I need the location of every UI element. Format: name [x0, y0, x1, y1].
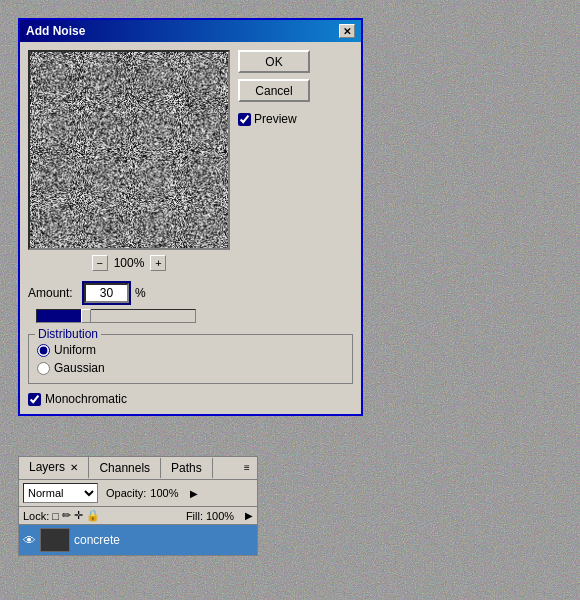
fill-value: 100%	[206, 510, 242, 522]
monochrome-row: Monochromatic	[28, 392, 353, 406]
amount-slider[interactable]	[36, 309, 196, 323]
lock-label: Lock:	[23, 510, 49, 522]
opacity-arrow[interactable]: ▶	[190, 488, 198, 499]
monochromatic-checkbox[interactable]	[28, 393, 41, 406]
panel-menu-button[interactable]: ≡	[239, 459, 255, 475]
tab-layers[interactable]: Layers ✕	[19, 457, 89, 479]
layer-item[interactable]: 👁 concrete	[19, 525, 257, 555]
gaussian-radio[interactable]	[37, 362, 50, 375]
amount-row: Amount: %	[28, 283, 353, 303]
uniform-radio[interactable]	[37, 344, 50, 357]
fill-label: Fill:	[186, 510, 203, 522]
close-button[interactable]: ✕	[339, 24, 355, 38]
cancel-button[interactable]: Cancel	[238, 79, 310, 102]
layers-tabs: Layers ✕ Channels Paths ≡	[19, 457, 257, 480]
gaussian-row: Gaussian	[37, 361, 344, 375]
zoom-level: 100%	[114, 256, 145, 270]
preview-canvas	[28, 50, 230, 250]
zoom-out-button[interactable]: −	[92, 255, 108, 271]
dialog-title: Add Noise	[26, 24, 85, 38]
right-panel: OK Cancel Preview	[238, 50, 310, 271]
layers-panel: Layers ✕ Channels Paths ≡ Normal Multipl…	[18, 456, 258, 556]
opacity-label: Opacity:	[106, 487, 146, 499]
uniform-row: Uniform	[37, 343, 344, 357]
fill-arrow[interactable]: ▶	[245, 510, 253, 521]
ok-button[interactable]: OK	[238, 50, 310, 73]
monochromatic-label: Monochromatic	[45, 392, 127, 406]
dialog-body: − 100% + OK Cancel Preview	[20, 42, 361, 279]
layers-tab-close[interactable]: ✕	[70, 462, 78, 473]
controls-section: Amount: % Distribution Uniform Gaussian …	[20, 279, 361, 414]
lock-paint-icon[interactable]: ✏	[62, 509, 71, 522]
lock-row: Lock: □ ✏ ✛ 🔒 Fill: 100% ▶	[19, 507, 257, 525]
amount-label: Amount:	[28, 286, 78, 300]
tab-channels[interactable]: Channels	[89, 458, 161, 478]
add-noise-dialog: Add Noise ✕ − 100% + OK Cancel Preview A…	[18, 18, 363, 416]
opacity-value: 100%	[150, 487, 186, 499]
preview-label: Preview	[254, 112, 297, 126]
lock-all-icon[interactable]: 🔒	[86, 509, 100, 522]
blend-mode-select[interactable]: Normal Multiply Screen	[23, 483, 98, 503]
tab-paths[interactable]: Paths	[161, 458, 213, 478]
left-panel: − 100% +	[28, 50, 230, 271]
distribution-group: Distribution Uniform Gaussian	[28, 334, 353, 384]
percent-label: %	[135, 286, 146, 300]
zoom-controls: − 100% +	[92, 255, 167, 271]
dialog-titlebar: Add Noise ✕	[20, 20, 361, 42]
layer-thumbnail	[40, 528, 70, 552]
gaussian-label: Gaussian	[54, 361, 105, 375]
lock-transparent-icon[interactable]: □	[52, 510, 59, 522]
amount-input[interactable]	[84, 283, 129, 303]
distribution-legend: Distribution	[35, 327, 101, 341]
layers-toolbar: Normal Multiply Screen Opacity: 100% ▶	[19, 480, 257, 507]
zoom-in-button[interactable]: +	[150, 255, 166, 271]
layer-visibility-icon[interactable]: 👁	[23, 533, 36, 548]
preview-checkbox[interactable]	[238, 113, 251, 126]
uniform-label: Uniform	[54, 343, 96, 357]
preview-row: Preview	[238, 112, 310, 126]
lock-move-icon[interactable]: ✛	[74, 509, 83, 522]
slider-row	[28, 309, 353, 326]
layer-name: concrete	[74, 533, 120, 547]
